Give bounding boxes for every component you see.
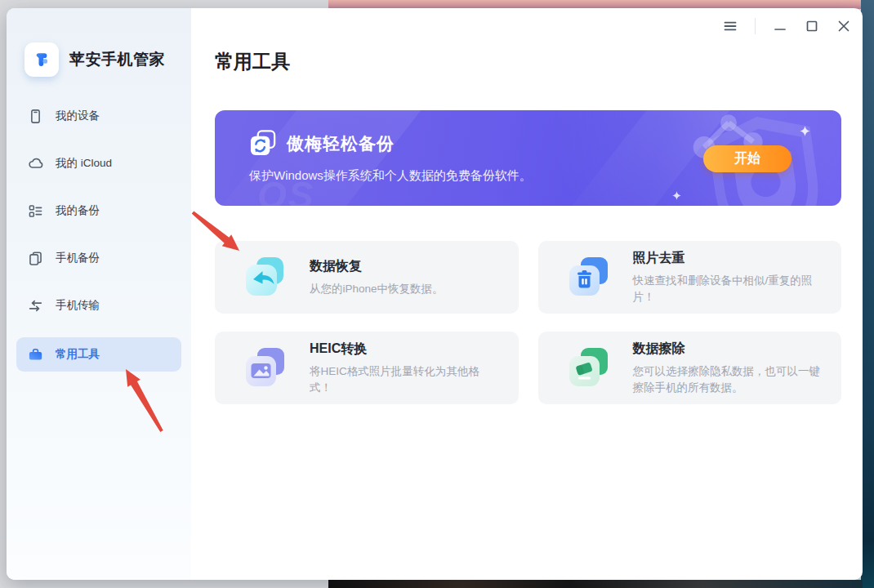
- sidebar-item-label: 我的设备: [56, 109, 100, 123]
- app-logo-row: 苹安手机管家: [25, 42, 165, 77]
- tool-card-data-recovery[interactable]: 数据恢复 从您的iPhone中恢复数据。: [215, 241, 519, 314]
- tool-card-photo-dedupe[interactable]: 照片去重 快速查找和删除设备中相似/重复的照片！: [538, 241, 842, 314]
- sparkle-icon: [672, 189, 681, 203]
- start-button[interactable]: 开始: [703, 145, 792, 172]
- tool-card-heic-convert[interactable]: HEIC转换 将HEIC格式照片批量转化为其他格式！: [215, 332, 519, 404]
- desktop-wallpaper-right: [861, 0, 874, 588]
- tool-title: HEIC转换: [310, 341, 499, 358]
- banner-stripe-decoration: [215, 110, 421, 206]
- app-title: 苹安手机管家: [69, 49, 165, 70]
- sparkle-icon: [800, 125, 810, 140]
- sidebar-item-my-backups[interactable]: 我的备份: [16, 195, 181, 226]
- phone-transfer-icon: [28, 298, 43, 314]
- heic-convert-icon: [244, 345, 287, 391]
- tool-title: 照片去重: [633, 250, 823, 267]
- data-erase-icon: [568, 345, 610, 391]
- tool-card-data-erase[interactable]: 数据擦除 您可以选择擦除隐私数据，也可以一键擦除手机的所有数据。: [538, 332, 842, 404]
- tool-card-grid: 数据恢复 从您的iPhone中恢复数据。: [215, 241, 841, 404]
- app-window: 苹安手机管家 我的设备 我的 iCloud: [7, 8, 863, 580]
- tool-description: 将HEIC格式照片批量转化为其他格式！: [310, 363, 499, 395]
- banner-subtitle: 保护Windows操作系统和个人数据的免费备份软件。: [249, 168, 532, 184]
- phone-backup-icon: [28, 251, 43, 266]
- promo-banner[interactable]: OS: [215, 110, 841, 206]
- page-title: 常用工具: [215, 49, 290, 74]
- desktop-wallpaper-bottom: [328, 580, 863, 588]
- sidebar-item-label: 手机备份: [56, 251, 100, 265]
- tool-title: 数据擦除: [633, 341, 823, 358]
- main-content: 常用工具 OS: [191, 8, 863, 580]
- sidebar-item-phone-backup[interactable]: 手机备份: [16, 243, 181, 274]
- sidebar-item-label: 手机传输: [56, 298, 100, 313]
- tool-title: 数据恢复: [310, 258, 444, 275]
- sidebar-item-common-tools[interactable]: 常用工具: [16, 337, 181, 372]
- backup-list-icon: [28, 203, 43, 219]
- tool-description: 从您的iPhone中恢复数据。: [310, 281, 444, 297]
- sidebar-item-label: 我的 iCloud: [56, 156, 112, 171]
- tool-description: 您可以选择擦除隐私数据，也可以一键擦除手机的所有数据。: [633, 363, 823, 395]
- toolbox-icon: [28, 347, 43, 363]
- sidebar: 苹安手机管家 我的设备 我的 iCloud: [7, 8, 191, 580]
- sidebar-item-phone-transfer[interactable]: 手机传输: [16, 290, 181, 321]
- sidebar-item-label: 常用工具: [56, 347, 100, 362]
- banner-title: 傲梅轻松备份: [287, 132, 395, 155]
- tool-description: 快速查找和删除设备中相似/重复的照片！: [633, 273, 823, 305]
- sidebar-item-my-icloud[interactable]: 我的 iCloud: [16, 148, 181, 179]
- sidebar-item-label: 我的备份: [56, 203, 100, 218]
- photo-dedupe-icon: [568, 255, 610, 301]
- sidebar-menu: 我的设备 我的 iCloud 我的备份: [16, 100, 181, 388]
- phone-icon: [28, 109, 43, 124]
- cloud-icon: [28, 156, 43, 172]
- backup-app-icon: [249, 129, 278, 161]
- data-recovery-icon: [244, 255, 287, 301]
- sidebar-item-my-devices[interactable]: 我的设备: [16, 100, 181, 131]
- app-logo-icon: [25, 42, 59, 77]
